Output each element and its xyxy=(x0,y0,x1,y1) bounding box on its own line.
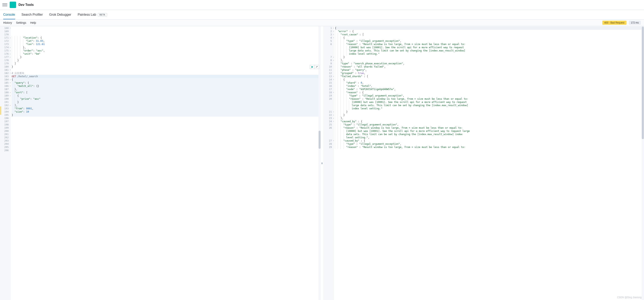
response-gutter: 1234567891011121314151617181920212223242… xyxy=(323,26,334,300)
send-request-button[interactable] xyxy=(310,65,314,69)
breadcrumb: Dev Tools xyxy=(18,3,34,7)
response-editor[interactable]: {"error" : {"root_cause" : [{"type" : "i… xyxy=(334,26,644,300)
status-badge: 400 - Bad Request xyxy=(602,21,626,25)
beta-badge: BETA xyxy=(98,13,107,16)
play-controls xyxy=(310,65,319,69)
subbar-help[interactable]: Help xyxy=(30,21,36,24)
menu-icon[interactable] xyxy=(2,2,7,7)
request-gutter: 1681691701711721731741751761771781791801… xyxy=(0,26,10,300)
watermark: CSDN @Ding Jiaxiong xyxy=(617,296,642,299)
response-pane[interactable]: 1234567891011121314151617181920212223242… xyxy=(323,26,644,300)
request-editor[interactable]: "location": {"lat": 31.03,"lon": 121.61}… xyxy=(10,26,321,300)
left-rail xyxy=(0,107,1,115)
tab-console[interactable]: Console xyxy=(3,10,15,19)
tab-search-profiler[interactable]: Search Profiler xyxy=(22,10,43,19)
timing-badge: 172 ms xyxy=(629,21,641,25)
pane-splitter[interactable]: ▮ xyxy=(321,26,323,300)
subbar-settings[interactable]: Settings xyxy=(16,21,26,24)
tab-painless-lab[interactable]: Painless LabBETA xyxy=(78,10,107,19)
tabs: ConsoleSearch ProfilerGrok DebuggerPainl… xyxy=(0,10,644,19)
tab-grok-debugger[interactable]: Grok Debugger xyxy=(49,10,71,19)
request-pane[interactable]: 1681691701711721731741751761771781791801… xyxy=(0,26,321,300)
top-header: Dev Tools xyxy=(0,0,644,10)
wrench-icon[interactable] xyxy=(314,65,319,69)
subbar-history[interactable]: History xyxy=(3,21,12,24)
subbar: HistorySettingsHelp 400 - Bad Request 17… xyxy=(0,19,644,26)
response-scrollbar[interactable] xyxy=(642,26,644,300)
app-icon[interactable] xyxy=(10,1,16,8)
